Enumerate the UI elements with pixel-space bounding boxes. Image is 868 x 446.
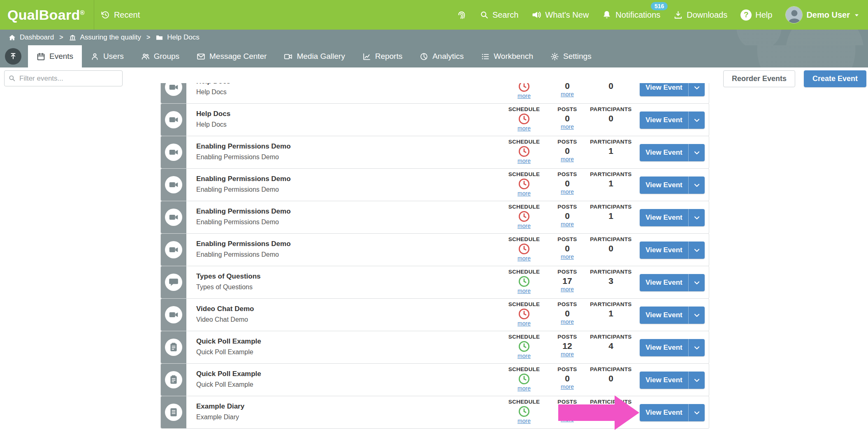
posts-more-link[interactable]: more <box>543 221 592 228</box>
schedule-more-link[interactable]: more <box>499 223 549 229</box>
user-menu[interactable]: Demo User <box>779 0 868 30</box>
schedule-more-link[interactable]: more <box>499 125 549 132</box>
view-event-dropdown[interactable] <box>688 144 705 161</box>
event-type-icon <box>161 331 186 363</box>
collapse-up-button[interactable] <box>5 48 21 65</box>
event-subtitle: Enabling Permissions Demo <box>196 186 291 193</box>
posts-more-link[interactable]: more <box>543 319 592 325</box>
breadcrumb-group[interactable]: Help Docs <box>155 33 199 42</box>
breadcrumb-separator: > <box>146 34 150 41</box>
view-event-dropdown[interactable] <box>688 274 705 291</box>
schedule-more-link[interactable]: more <box>499 386 549 392</box>
help-icon: ? <box>740 9 752 21</box>
view-event-dropdown[interactable] <box>688 242 705 259</box>
view-event-button[interactable]: View Event <box>640 242 688 259</box>
posts-more-link[interactable]: more <box>543 416 592 423</box>
posts-more-link[interactable]: more <box>543 286 592 293</box>
schedule-more-link[interactable]: more <box>499 418 549 424</box>
posts-count: 0 <box>543 243 592 254</box>
posts-column-label: POSTS <box>543 301 592 308</box>
schedule-more-link[interactable]: more <box>499 288 549 294</box>
participants-count: 0 <box>586 373 636 384</box>
fingerprint-icon[interactable] <box>450 0 473 30</box>
participants-column-label: PARTICIPANTS <box>586 301 636 308</box>
posts-column-label: POSTS <box>543 236 592 243</box>
tab-groups[interactable]: Groups <box>132 45 188 67</box>
view-event-button[interactable]: View Event <box>640 209 688 226</box>
posts-more-link[interactable]: more <box>543 124 592 130</box>
schedule-column-label: SCHEDULE <box>499 106 549 113</box>
posts-more-link[interactable]: more <box>543 254 592 260</box>
schedule-clock-icon <box>499 406 549 418</box>
schedule-more-link[interactable]: more <box>499 93 549 99</box>
view-event-button-group: View Event <box>640 112 705 129</box>
posts-more-link[interactable]: more <box>543 156 592 163</box>
event-title: Types of Questions <box>196 272 261 281</box>
recent-menu[interactable]: Recent <box>94 0 146 30</box>
notifications-menu[interactable]: Notifications 516 <box>595 0 667 30</box>
tab-message-center[interactable]: Message Center <box>188 45 275 67</box>
view-event-dropdown[interactable] <box>688 83 705 96</box>
view-event-button[interactable]: View Event <box>640 404 688 421</box>
view-event-button[interactable]: View Event <box>640 307 688 324</box>
whats-new-menu[interactable]: What's New <box>525 0 595 30</box>
filter-events-input[interactable] <box>4 70 123 86</box>
view-event-dropdown[interactable] <box>688 372 705 389</box>
tab-settings[interactable]: Settings <box>542 45 600 67</box>
view-event-button-group: View Event <box>640 242 705 259</box>
view-event-button[interactable]: View Event <box>640 339 688 356</box>
reorder-events-button[interactable]: Reorder Events <box>723 70 795 87</box>
posts-column-label: POSTS <box>543 399 592 405</box>
breadcrumb-project[interactable]: Assuring the quality <box>69 33 141 42</box>
event-subtitle: Quick Poll Example <box>196 381 261 388</box>
view-event-button[interactable]: View Event <box>640 112 688 129</box>
event-subtitle: Quick Poll Example <box>196 348 261 356</box>
search-menu[interactable]: Search <box>473 0 525 30</box>
posts-more-link[interactable]: more <box>543 189 592 195</box>
event-type-icon <box>161 136 186 168</box>
workbench-icon <box>481 52 490 61</box>
view-event-button[interactable]: View Event <box>640 83 688 96</box>
create-event-button[interactable]: Create Event <box>804 70 866 87</box>
view-event-dropdown[interactable] <box>688 404 705 421</box>
event-subtitle: Example Diary <box>196 413 244 421</box>
event-title: Enabling Permissions Demo <box>196 175 291 183</box>
tab-workbench[interactable]: Workbench <box>472 45 542 67</box>
breadcrumb-separator: > <box>59 34 63 41</box>
view-event-dropdown[interactable] <box>688 307 705 324</box>
schedule-more-link[interactable]: more <box>499 158 549 164</box>
view-event-dropdown[interactable] <box>688 112 705 129</box>
tab-bar: Events Users Groups Message Center Media… <box>0 45 868 67</box>
view-event-button[interactable]: View Event <box>640 177 688 194</box>
schedule-more-link[interactable]: more <box>499 190 549 197</box>
schedule-more-link[interactable]: more <box>499 353 549 359</box>
app-logo[interactable]: QualBoard® <box>0 7 94 23</box>
schedule-more-link[interactable]: more <box>499 321 549 327</box>
view-event-dropdown[interactable] <box>688 339 705 356</box>
view-event-button[interactable]: View Event <box>640 372 688 389</box>
tab-list: Events Users Groups Message Center Media… <box>28 45 600 67</box>
help-menu[interactable]: ? Help <box>734 0 779 30</box>
posts-more-link[interactable]: more <box>543 351 592 358</box>
view-event-button[interactable]: View Event <box>640 274 688 291</box>
breadcrumb-dashboard[interactable]: Dashboard <box>8 33 54 42</box>
view-event-button-group: View Event <box>640 144 705 161</box>
tab-users[interactable]: Users <box>82 45 132 67</box>
event-title: Video Chat Demo <box>196 305 254 313</box>
view-event-dropdown[interactable] <box>688 177 705 194</box>
downloads-menu[interactable]: Downloads <box>667 0 734 30</box>
schedule-column-label: SCHEDULE <box>499 171 549 178</box>
tab-media-gallery[interactable]: Media Gallery <box>275 45 353 67</box>
view-event-button[interactable]: View Event <box>640 144 688 161</box>
tab-events[interactable]: Events <box>28 45 82 67</box>
schedule-more-link[interactable]: more <box>499 256 549 262</box>
posts-more-link[interactable]: more <box>543 384 592 390</box>
tab-reports[interactable]: Reports <box>354 45 411 67</box>
participants-column-label: PARTICIPANTS <box>586 204 636 210</box>
participants-column-label: PARTICIPANTS <box>586 106 636 113</box>
posts-more-link[interactable]: more <box>543 91 592 98</box>
tab-analytics[interactable]: Analytics <box>411 45 472 67</box>
view-event-button-group: View Event <box>640 372 705 389</box>
view-event-dropdown[interactable] <box>688 209 705 226</box>
search-icon <box>480 10 489 19</box>
